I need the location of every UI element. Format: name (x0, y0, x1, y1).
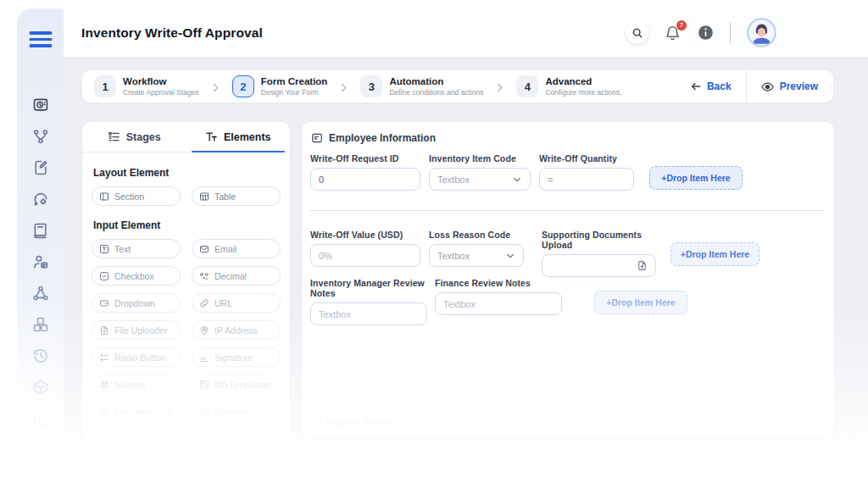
supporting-documents-upload-input[interactable] (542, 254, 656, 277)
checkbox-list-icon (99, 407, 109, 417)
chat-settings-icon[interactable] (32, 191, 49, 208)
drop-zone-3[interactable]: +Drop Item Here (594, 291, 687, 314)
element-button-radio[interactable]: Radio Button (92, 347, 181, 367)
element-button-checkbox[interactable]: Checkbox (92, 266, 181, 286)
field-label: Supporting Documents Upload (542, 230, 656, 250)
app-window: Inventory Write-Off Approval 7 (0, 0, 868, 488)
form-section-title: Employee Information (329, 132, 436, 144)
box-icon[interactable] (32, 379, 49, 396)
element-button-ghost[interactable] (192, 429, 281, 448)
menu-icon[interactable] (29, 31, 52, 47)
input-element-grid: Text Email Checkbox Decimal Drop (92, 239, 281, 448)
field-writeoff-value: Write-Off Value (USD) (310, 230, 420, 267)
avatar[interactable] (747, 18, 776, 47)
drop-zone-2[interactable]: +Drop Item Here (670, 242, 760, 266)
chevron-right-icon (338, 81, 349, 92)
back-button[interactable]: Back (690, 80, 732, 92)
document-edit-icon[interactable] (32, 159, 49, 176)
location-pin-icon (199, 325, 209, 336)
inactive-fields-label: Inactive Fields (311, 417, 391, 427)
inventory-item-code-select[interactable]: Textbox (429, 168, 531, 191)
section-icon (99, 191, 109, 202)
header-actions: 7 (626, 18, 776, 47)
element-button-ms-dropdown[interactable]: MS Dropdown (192, 374, 281, 394)
arrow-left-icon (690, 80, 702, 92)
blocks-icon[interactable] (32, 316, 49, 333)
element-button-url[interactable]: URL (192, 293, 281, 313)
element-button-ip-address[interactable]: IP Address (192, 320, 281, 340)
notifications-button[interactable]: 7 (665, 25, 682, 42)
field-label: Write-Off Request ID (310, 153, 420, 164)
drop-zone-1[interactable]: +Drop Item Here (649, 166, 743, 190)
page-title: Inventory Write-Off Approval (81, 25, 263, 41)
field-inventory-manager-review-notes: Inventory Manager Review Notes (310, 278, 427, 325)
element-button-textarea[interactable]: Textarea (192, 402, 281, 421)
layout-element-grid: Section Table (92, 186, 281, 206)
writeoff-request-id-input[interactable] (310, 168, 420, 191)
inventory-manager-review-notes-input[interactable] (310, 302, 427, 325)
field-writeoff-quantity: Write-Off Quantity (539, 153, 634, 191)
field-loss-reason-code: Loss Reason Code Textbox (429, 230, 524, 267)
field-label: Write-Off Quantity (539, 153, 634, 164)
layout-element-title: Layout Element (93, 167, 281, 179)
field-supporting-documents: Supporting Documents Upload (542, 230, 656, 277)
chart-icon[interactable] (32, 410, 49, 427)
email-icon (199, 244, 209, 254)
field-inventory-item-code: Inventory Item Code Textbox (429, 153, 531, 191)
notification-badge: 7 (676, 20, 687, 30)
network-icon[interactable] (32, 285, 49, 302)
step-workflow[interactable]: 1 Workflow Create Approval Stages (94, 75, 199, 97)
element-button-number[interactable]: Number (92, 374, 181, 394)
dropdown-icon (99, 298, 109, 308)
element-button-section[interactable]: Section (92, 186, 181, 206)
loss-reason-code-select[interactable]: Textbox (429, 244, 524, 267)
radio-button-icon (99, 352, 109, 363)
element-button-email[interactable]: Email (192, 239, 281, 258)
step-advanced[interactable]: 4 Advanced Configure more actions. (516, 75, 621, 97)
link-icon (199, 298, 209, 308)
form-section-header: Employee Information (311, 132, 436, 144)
field-finance-review-notes: Finance Review Notes (435, 278, 562, 315)
elements-icon (205, 130, 218, 143)
multi-select-dropdown-icon (199, 380, 209, 390)
element-button-file-uploader[interactable]: File Uploader (92, 320, 181, 340)
history-icon[interactable] (32, 347, 49, 364)
monitor-clock-icon[interactable] (32, 97, 49, 114)
search-icon (632, 27, 643, 39)
info-button[interactable] (698, 25, 714, 41)
element-button-table[interactable]: Table (192, 186, 281, 206)
header-divider (730, 23, 731, 43)
element-button-signature[interactable]: Signature (192, 347, 281, 367)
panel-body: Layout Element Section Table Input Eleme… (82, 152, 290, 455)
text-icon (99, 244, 109, 254)
stepper-bar: 1 Workflow Create Approval Stages 2 Form… (81, 69, 834, 103)
element-button-ghost[interactable] (92, 429, 181, 448)
search-button[interactable] (626, 21, 648, 44)
flow-icon[interactable] (32, 128, 49, 145)
writeoff-quantity-input[interactable] (539, 168, 634, 191)
element-button-checkbox-list[interactable]: Checkbox List (92, 402, 181, 421)
finance-review-notes-input[interactable] (435, 292, 562, 315)
tab-stages[interactable]: Stages (82, 122, 186, 152)
preview-button[interactable]: Preview (747, 70, 833, 103)
form-canvas: Employee Information Write-Off Request I… (301, 121, 835, 436)
stepper-actions: Back Preview (690, 70, 833, 103)
checkbox-icon (99, 271, 109, 281)
element-button-dropdown[interactable]: Dropdown (92, 293, 181, 313)
table-icon (199, 191, 209, 202)
stages-icon (108, 130, 120, 143)
info-icon (698, 25, 714, 41)
decimal-icon (199, 271, 209, 281)
signature-icon (199, 352, 209, 363)
tab-elements[interactable]: Elements (186, 122, 291, 152)
chevron-down-icon (505, 251, 515, 261)
writeoff-value-input[interactable] (310, 244, 420, 267)
element-button-decimal[interactable]: Decimal (192, 266, 281, 286)
element-button-text[interactable]: Text (92, 239, 181, 258)
step-form-creation[interactable]: 2 Form Creation Design Your Form (232, 75, 328, 97)
textarea-icon (199, 407, 209, 417)
user-badge-icon[interactable] (32, 253, 49, 270)
book-icon[interactable] (32, 222, 49, 239)
step-automation[interactable]: 3 Automation Define conditions and actio… (360, 75, 483, 97)
ghost-icon (99, 434, 109, 444)
